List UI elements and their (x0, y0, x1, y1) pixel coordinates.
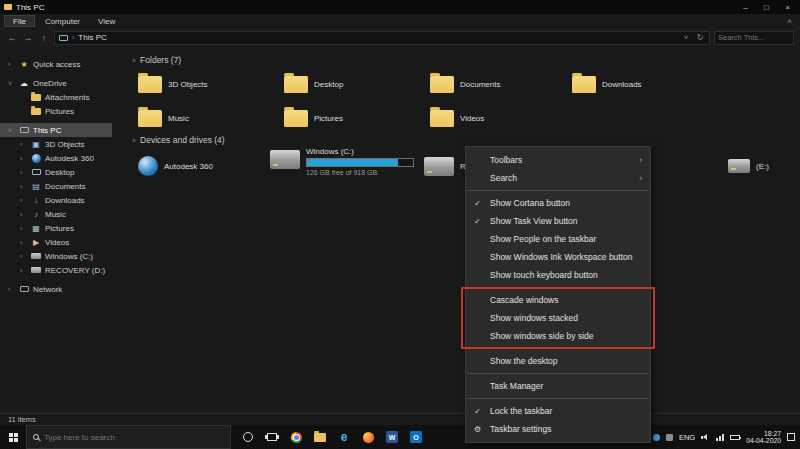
folder-tile-downloads[interactable]: Downloads (572, 69, 704, 99)
file-explorer-icon (314, 433, 326, 442)
folder-tile-3d-objects[interactable]: 3D Objects (138, 69, 270, 99)
view-menu[interactable]: View (90, 17, 123, 26)
tray-app-icon[interactable] (653, 434, 660, 441)
sidebar-item-music[interactable]: › ♪ Music (0, 207, 112, 221)
menu-separator (467, 398, 649, 399)
folder-tile-videos[interactable]: Videos (430, 103, 562, 133)
menu-item-show-people-on-taskbar[interactable]: Show People on the taskbar (466, 230, 650, 248)
system-tray: ˄ ☁ ENG 18:27 04-04-2020 (628, 425, 800, 449)
refresh-icon[interactable]: ↻ (695, 33, 705, 42)
sidebar-item-videos[interactable]: › ▶ Videos (0, 235, 112, 249)
drive-tile-autodesk-360[interactable]: Autodesk 360 (138, 151, 270, 181)
forward-button[interactable]: → (22, 33, 34, 43)
sidebar-item-attachments[interactable]: Attachments (0, 90, 112, 104)
folder-tile-music[interactable]: Music (138, 103, 270, 133)
cloud-icon: ☁ (18, 79, 30, 88)
menu-item-show-windows-stacked[interactable]: Show windows stacked (466, 309, 650, 327)
sidebar-item-network[interactable]: › Network (0, 282, 112, 296)
explorer-search-box[interactable] (714, 31, 794, 45)
clock[interactable]: 18:27 04-04-2020 (746, 430, 781, 445)
menu-item-toolbars[interactable]: Toolbars › (466, 151, 650, 169)
language-indicator[interactable]: ENG (679, 433, 695, 442)
sidebar-item-desktop[interactable]: › Desktop (0, 165, 112, 179)
sidebar-item-windows-c[interactable]: › Windows (C:) (0, 249, 112, 263)
back-button[interactable]: ← (6, 33, 18, 43)
sidebar-item-onedrive[interactable]: ˅ ☁ OneDrive (0, 76, 112, 90)
drive-tile-windows-c[interactable]: Windows (C:) 126 GB free of 918 GB (270, 147, 425, 183)
drive-tile-e[interactable]: (E:) (728, 151, 800, 181)
chevron-icon[interactable]: › (20, 141, 27, 148)
chevron-icon[interactable]: › (20, 253, 27, 260)
computer-menu[interactable]: Computer (37, 17, 88, 26)
cortana-button[interactable] (241, 430, 255, 444)
sidebar-item-autodesk-360[interactable]: › Autodesk 360 (0, 151, 112, 165)
menu-item-taskbar-settings[interactable]: ⚙ Taskbar settings (466, 420, 650, 438)
menu-item-cascade-windows[interactable]: Cascade windows (466, 291, 650, 309)
drives-section-header[interactable]: ˄ Devices and drives (4) (132, 135, 225, 145)
chevron-icon[interactable]: › (8, 61, 15, 68)
close-button[interactable]: × (779, 3, 796, 12)
tray-app-icon-2[interactable] (666, 434, 673, 441)
sidebar-item-label: Network (33, 285, 62, 294)
up-button[interactable]: ↑ (38, 33, 50, 43)
collapse-ribbon-icon[interactable]: ˄ (787, 17, 792, 26)
menu-item-show-windows-ink-workspace-button[interactable]: Show Windows Ink Workspace button (466, 248, 650, 266)
sidebar-item-3d-objects[interactable]: › ▣ 3D Objects (0, 137, 112, 151)
checkmark-icon: ✓ (474, 217, 490, 226)
outlook-button[interactable]: O (409, 430, 423, 444)
sidebar-item-downloads[interactable]: › ↓ Downloads (0, 193, 112, 207)
file-explorer-button[interactable] (313, 430, 327, 444)
menu-item-show-task-view-button[interactable]: ✓ Show Task View button (466, 212, 650, 230)
chevron-icon[interactable]: ˅ (8, 127, 15, 134)
edge-button[interactable]: e (337, 430, 351, 444)
maximize-button[interactable]: □ (758, 3, 775, 12)
chevron-icon[interactable]: › (20, 225, 27, 232)
battery-icon[interactable] (730, 435, 740, 440)
sidebar-item-this-pc[interactable]: ˅ This PC (0, 123, 112, 137)
folders-section-header[interactable]: ˄ Folders (7) (132, 55, 181, 65)
sidebar-item-onedrive-pictures[interactable]: Pictures (0, 104, 112, 118)
address-dropdown-icon[interactable]: ˅ (681, 33, 691, 42)
word-button[interactable]: W (385, 430, 399, 444)
folder-tile-documents[interactable]: Documents (430, 69, 562, 99)
breadcrumb[interactable]: This PC (78, 33, 106, 42)
sidebar-item-pictures[interactable]: › ▦ Pictures (0, 221, 112, 235)
menu-item-lock-the-taskbar[interactable]: ✓ Lock the taskbar (466, 402, 650, 420)
sidebar-item-documents[interactable]: › ▤ Documents (0, 179, 112, 193)
menu-item-task-manager[interactable]: Task Manager (466, 377, 650, 395)
chevron-icon[interactable]: › (20, 197, 27, 204)
folder-tile-desktop[interactable]: Desktop (284, 69, 416, 99)
menu-item-show-cortana-button[interactable]: ✓ Show Cortana button (466, 194, 650, 212)
chevron-icon[interactable]: › (20, 169, 27, 176)
chevron-icon[interactable]: › (20, 183, 27, 190)
chevron-icon[interactable]: › (20, 211, 27, 218)
sidebar-item-recovery-d[interactable]: › RECOVERY (D:) (0, 263, 112, 277)
file-menu[interactable]: File (4, 15, 35, 27)
menu-item-show-windows-side-by-side[interactable]: Show windows side by side (466, 327, 650, 345)
chevron-icon[interactable]: › (8, 286, 15, 293)
task-view-button[interactable] (265, 430, 279, 444)
volume-icon[interactable] (701, 433, 710, 441)
menu-item-show-touch-keyboard-button[interactable]: Show touch keyboard button (466, 266, 650, 284)
chrome-button[interactable] (289, 430, 303, 444)
folder-tile-pictures[interactable]: Pictures (284, 103, 416, 133)
explorer-search-input[interactable] (718, 33, 790, 42)
network-icon[interactable] (716, 433, 724, 441)
taskbar-search-box[interactable] (26, 425, 231, 449)
taskbar-search-input[interactable] (44, 433, 224, 442)
address-bar[interactable]: › This PC ˅ ↻ (54, 31, 710, 45)
ribbon-menu-bar: File Computer View ˄ (0, 14, 800, 28)
chevron-icon[interactable]: ˅ (8, 80, 15, 87)
autodesk-360-icon (138, 156, 158, 176)
sidebar-item-label: Pictures (45, 224, 74, 233)
chevron-icon[interactable]: › (20, 267, 27, 274)
sidebar-item-quick-access[interactable]: › ★ Quick access (0, 57, 112, 71)
chevron-icon[interactable]: › (20, 155, 27, 162)
menu-item-search[interactable]: Search › (466, 169, 650, 187)
chevron-icon[interactable]: › (20, 239, 27, 246)
firefox-button[interactable] (361, 430, 375, 444)
action-center-icon[interactable] (787, 433, 795, 441)
minimize-button[interactable]: – (737, 3, 754, 12)
menu-item-show-the-desktop[interactable]: Show the desktop (466, 352, 650, 370)
start-button[interactable] (0, 425, 26, 449)
